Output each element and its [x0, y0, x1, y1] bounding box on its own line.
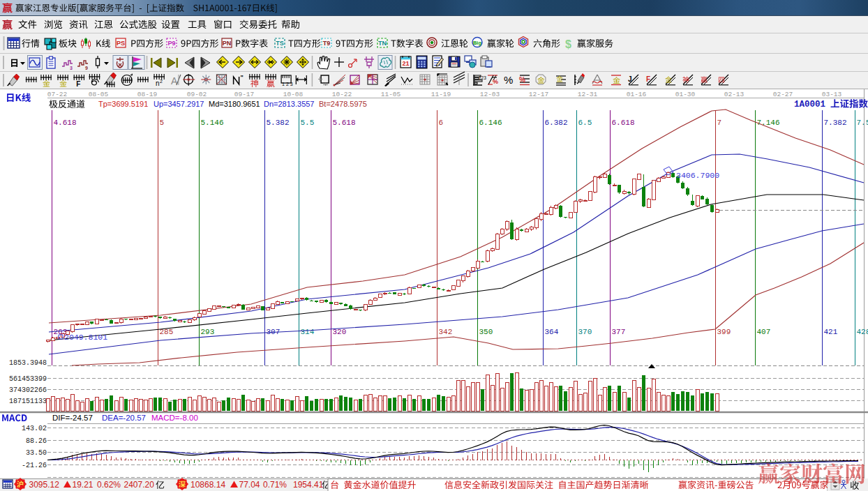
- svg-text:143.02: 143.02: [22, 425, 47, 432]
- svg-text:%: %: [504, 74, 513, 86]
- svg-text:3406.7900: 3406.7900: [676, 171, 719, 180]
- svg-text:11-05: 11-05: [381, 91, 401, 98]
- svg-text:PS: PS: [117, 40, 125, 47]
- svg-text:07-22: 07-22: [47, 91, 68, 98]
- svg-text:9: 9: [85, 66, 88, 70]
- svg-text:1 2 3: 1 2 3: [282, 82, 293, 86]
- svg-text:374302266: 374302266: [9, 386, 47, 394]
- svg-text:12-17: 12-17: [529, 91, 549, 98]
- svg-text:DIF=-24.57: DIF=-24.57: [52, 414, 93, 422]
- svg-text:12-31: 12-31: [578, 91, 598, 98]
- svg-text:TN: TN: [378, 40, 387, 47]
- svg-text:5.5: 5.5: [301, 119, 315, 127]
- svg-text:1853.3948: 1853.3948: [9, 359, 47, 367]
- svg-text:5.618: 5.618: [333, 119, 356, 127]
- svg-text:6.5: 6.5: [578, 119, 592, 127]
- svg-text:0.62%: 0.62%: [97, 480, 121, 490]
- svg-text:Up=3457.2917: Up=3457.2917: [154, 100, 204, 108]
- svg-text:T9: T9: [323, 40, 331, 47]
- svg-text:314: 314: [301, 328, 315, 336]
- svg-text:TS: TS: [276, 40, 284, 47]
- svg-text:293: 293: [201, 328, 215, 336]
- svg-text:01-30: 01-30: [675, 91, 696, 98]
- svg-text:1A0001: 1A0001: [794, 100, 825, 109]
- svg-text:561453399: 561453399: [9, 375, 47, 383]
- svg-text:370: 370: [578, 328, 592, 336]
- svg-text:02-13: 02-13: [724, 91, 744, 98]
- svg-text:12-03: 12-03: [480, 91, 500, 98]
- svg-text:10-22: 10-22: [332, 91, 352, 98]
- svg-text:10868.14: 10868.14: [190, 480, 225, 490]
- svg-text:P9: P9: [167, 40, 175, 47]
- svg-text:11-19: 11-19: [431, 91, 451, 98]
- svg-text:Dn=2813.3557: Dn=2813.3557: [264, 100, 314, 108]
- svg-text:08-05: 08-05: [89, 91, 109, 98]
- svg-text:3095.12: 3095.12: [29, 480, 60, 490]
- svg-text:123: 123: [479, 75, 486, 80]
- svg-text:77.04: 77.04: [239, 480, 260, 490]
- svg-text:1954.41: 1954.41: [293, 480, 324, 490]
- svg-text:2049.8101: 2049.8101: [64, 333, 107, 342]
- svg-text:$: $: [565, 38, 571, 50]
- svg-text:DEA=-20.57: DEA=-20.57: [102, 414, 146, 422]
- svg-text:407: 407: [757, 328, 771, 336]
- svg-text:4.618: 4.618: [54, 119, 77, 127]
- svg-text:19.21: 19.21: [73, 480, 93, 490]
- svg-text:2407.20: 2407.20: [124, 480, 155, 490]
- svg-text:6.146: 6.146: [479, 119, 502, 127]
- svg-text:7.5: 7.5: [857, 119, 868, 127]
- svg-text:428: 428: [857, 328, 868, 336]
- svg-text:33.50: 33.50: [26, 449, 47, 457]
- svg-text:J: J: [628, 75, 632, 83]
- svg-text:377: 377: [612, 328, 626, 336]
- svg-text:08-19: 08-19: [137, 91, 158, 98]
- svg-text:21: 21: [402, 60, 409, 67]
- svg-text:7: 7: [717, 119, 722, 127]
- svg-text:3: 3: [70, 66, 73, 70]
- svg-text:342: 342: [439, 328, 453, 336]
- svg-text:350: 350: [479, 328, 493, 336]
- svg-text:F: F: [646, 75, 650, 83]
- svg-text:03-13: 03-13: [822, 91, 842, 98]
- svg-text:88.26: 88.26: [26, 437, 47, 445]
- svg-text:2: 2: [160, 79, 163, 84]
- svg-text:": ": [241, 74, 244, 81]
- svg-text:09-17: 09-17: [234, 91, 255, 98]
- svg-text:6: 6: [439, 119, 444, 127]
- svg-text:PN: PN: [223, 40, 232, 47]
- svg-text:Big: Big: [473, 40, 482, 46]
- svg-text:6.382: 6.382: [545, 119, 568, 127]
- svg-text:-21.26: -21.26: [22, 462, 47, 469]
- svg-text:F: F: [76, 80, 80, 88]
- svg-text:5: 5: [160, 119, 165, 127]
- svg-text:09-02: 09-02: [187, 91, 207, 98]
- svg-text:%: %: [519, 76, 525, 84]
- svg-text:364: 364: [545, 328, 559, 336]
- svg-text:Md=3180.9651: Md=3180.9651: [209, 100, 260, 108]
- svg-text:01-16: 01-16: [627, 91, 647, 98]
- svg-text:421: 421: [824, 328, 838, 336]
- svg-text:7.146: 7.146: [757, 119, 780, 127]
- svg-text:10-08: 10-08: [283, 91, 304, 98]
- svg-text:7.382: 7.382: [824, 119, 847, 127]
- svg-text:n: n: [156, 80, 160, 87]
- svg-text:5.146: 5.146: [201, 119, 224, 127]
- svg-text:02-27: 02-27: [773, 91, 793, 98]
- svg-text:MACD=-8.00: MACD=-8.00: [151, 414, 198, 422]
- svg-text:6.618: 6.618: [612, 119, 635, 127]
- svg-text:0.71%: 0.71%: [263, 480, 287, 490]
- svg-text:187151133: 187151133: [9, 398, 47, 405]
- svg-text:5.382: 5.382: [267, 119, 290, 127]
- svg-text:Tp=3699.5191: Tp=3699.5191: [98, 100, 148, 108]
- svg-text:%: %: [493, 78, 498, 85]
- svg-text:Bt=2478.5975: Bt=2478.5975: [319, 100, 367, 108]
- svg-text:399: 399: [717, 328, 731, 336]
